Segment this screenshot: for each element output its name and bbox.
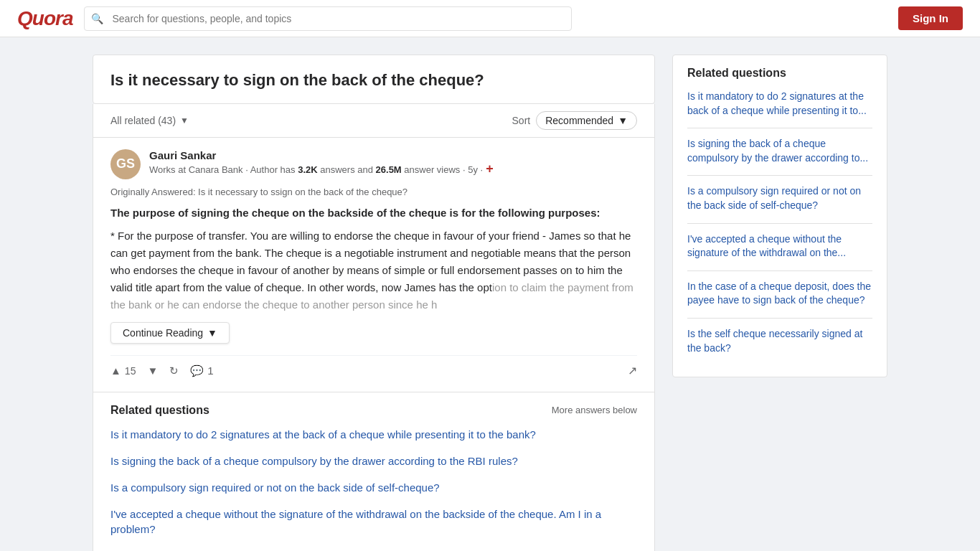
search-input[interactable]: [84, 6, 572, 31]
header: Quora 🔍 Sign In: [0, 0, 980, 37]
related-inline-link-0[interactable]: Is it mandatory to do 2 signatures at th…: [110, 427, 637, 442]
answer-text-bold: The purpose of signing the cheque on the…: [110, 207, 600, 219]
author-meta-suffix: answer views · 5y ·: [402, 164, 483, 175]
logo: Quora: [17, 7, 72, 30]
right-related-link-4[interactable]: In the case of a cheque deposit, does th…: [687, 280, 872, 308]
upvote-icon: ▲: [110, 364, 121, 377]
refresh-button[interactable]: ↻: [169, 362, 179, 380]
right-column: Related questions Is it mandatory to do …: [672, 55, 887, 551]
related-inline-link-2[interactable]: Is a compulsory sign required or not on …: [110, 480, 637, 495]
plus-icon: +: [486, 161, 494, 176]
author-views: 26.5M: [376, 164, 402, 175]
related-inline-link-1[interactable]: Is signing the back of a cheque compulso…: [110, 453, 637, 468]
continue-reading-button[interactable]: Continue Reading ▼: [110, 322, 230, 344]
continue-reading-wrap: Continue Reading ▼: [110, 322, 637, 344]
divider: [687, 270, 872, 271]
related-inline-title: Related questions: [110, 404, 209, 417]
sort-label: Sort: [512, 115, 531, 126]
refresh-icon: ↻: [169, 364, 179, 377]
author-meta-middle: answers and: [318, 164, 376, 175]
search-icon: 🔍: [91, 13, 103, 24]
share-icon: ↗: [628, 364, 637, 377]
more-answers-label: More answers below: [552, 405, 637, 415]
right-related-link-5[interactable]: Is the self cheque necessarily signed at…: [687, 327, 872, 355]
downvote-icon: ▼: [147, 364, 158, 377]
all-related-filter[interactable]: All related (43) ▼: [110, 115, 189, 126]
comment-count: 1: [207, 364, 213, 377]
sort-value: Recommended: [545, 115, 613, 126]
sort-dropdown[interactable]: Recommended ▼: [536, 111, 637, 130]
author-info: Gauri Sankar Works at Canara Bank · Auth…: [149, 149, 637, 176]
comment-icon: 💬: [190, 364, 204, 377]
search-bar: 🔍: [84, 6, 572, 31]
answer-card: GS Gauri Sankar Works at Canara Bank · A…: [93, 138, 655, 392]
divider: [687, 318, 872, 319]
main-layout: Is it necessary to sign on the back of t…: [81, 55, 899, 551]
originally-answered: Originally Answered: Is it necessary to …: [110, 187, 637, 197]
right-related-link-3[interactable]: I've accepted a cheque without the signa…: [687, 232, 872, 260]
right-card-title: Related questions: [687, 67, 872, 80]
upvote-count: 15: [125, 365, 136, 377]
question-title: Is it necessary to sign on the back of t…: [110, 70, 637, 92]
right-related-link-0[interactable]: Is it mandatory to do 2 signatures at th…: [687, 90, 872, 118]
question-card: Is it necessary to sign on the back of t…: [93, 55, 655, 104]
answer-author: GS Gauri Sankar Works at Canara Bank · A…: [110, 149, 637, 179]
action-bar: ▲ 15 ▼ ↻ 💬 1 ↗: [110, 355, 637, 380]
sign-in-button[interactable]: Sign In: [898, 6, 963, 30]
chevron-down-icon: ▼: [180, 116, 189, 126]
author-answers: 3.2K: [298, 164, 317, 175]
related-inline-link-4[interactable]: In the case of a cheque deposit, does th…: [110, 548, 637, 551]
all-related-label: All related (43): [110, 115, 176, 126]
related-inline-header: Related questions More answers below: [110, 404, 637, 417]
upvote-button[interactable]: ▲ 15: [110, 362, 136, 380]
left-column: Is it necessary to sign on the back of t…: [93, 55, 655, 551]
comment-button[interactable]: 💬 1: [190, 362, 213, 380]
right-card: Related questions Is it mandatory to do …: [672, 55, 887, 377]
divider: [687, 223, 872, 224]
answer-text: The purpose of signing the cheque on the…: [110, 204, 637, 314]
header-right: Sign In: [898, 6, 963, 30]
author-name[interactable]: Gauri Sankar: [149, 149, 637, 161]
continue-reading-label: Continue Reading: [123, 327, 203, 339]
author-meta: Works at Canara Bank · Author has 3.2K a…: [149, 161, 637, 176]
right-related-link-1[interactable]: Is signing the back of a cheque compulso…: [687, 137, 872, 165]
divider: [687, 128, 872, 128]
downvote-button[interactable]: ▼: [147, 362, 158, 380]
author-meta-prefix: Works at Canara Bank · Author has: [149, 164, 298, 175]
divider: [687, 175, 872, 176]
related-inline-link-3[interactable]: I've accepted a cheque without the signa…: [110, 507, 637, 537]
filter-bar: All related (43) ▼ Sort Recommended ▼: [93, 104, 655, 138]
avatar: GS: [110, 149, 141, 179]
sort-chevron-icon: ▼: [618, 115, 628, 126]
continue-reading-chevron-icon: ▼: [207, 327, 217, 339]
related-inline-card: Related questions More answers below Is …: [93, 392, 655, 551]
sort-section: Sort Recommended ▼: [512, 111, 637, 130]
share-button[interactable]: ↗: [628, 364, 637, 377]
right-related-link-2[interactable]: Is a compulsory sign required or not on …: [687, 184, 872, 212]
